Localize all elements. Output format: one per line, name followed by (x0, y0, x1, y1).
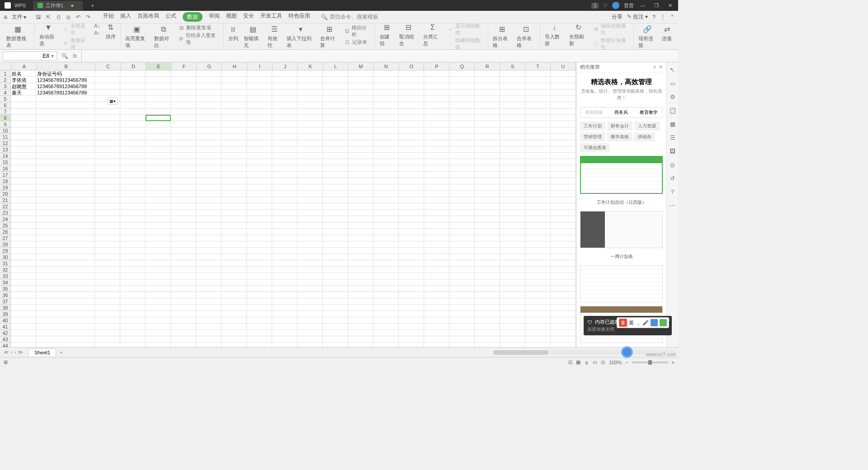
cell[interactable] (373, 254, 399, 260)
cell[interactable] (323, 89, 348, 96)
cell[interactable] (348, 70, 373, 77)
cell[interactable] (146, 134, 171, 140)
cell[interactable] (373, 165, 399, 172)
cell[interactable] (11, 146, 36, 153)
cell[interactable] (247, 108, 272, 115)
cell[interactable] (196, 260, 222, 267)
cell[interactable] (475, 317, 500, 324)
cell[interactable] (146, 102, 171, 108)
ime-toolbar[interactable]: S 英 ， 🎤 (617, 317, 669, 328)
cell[interactable] (475, 96, 500, 102)
cell[interactable] (525, 89, 551, 96)
cell[interactable] (449, 298, 475, 305)
cell[interactable] (222, 317, 247, 324)
cell[interactable] (297, 102, 323, 108)
cell[interactable] (424, 298, 449, 305)
cell[interactable] (348, 273, 373, 279)
cell[interactable] (171, 146, 196, 153)
cell[interactable] (323, 96, 348, 102)
cell[interactable] (95, 305, 120, 311)
cell[interactable] (146, 89, 171, 96)
cell[interactable] (196, 96, 222, 102)
cell[interactable] (373, 273, 399, 279)
cell[interactable] (11, 324, 36, 330)
cell[interactable] (475, 241, 500, 248)
cell[interactable] (11, 279, 36, 286)
cell[interactable] (297, 267, 323, 273)
col-header-O[interactable]: O (399, 62, 425, 70)
cell[interactable] (424, 311, 449, 317)
cell[interactable] (11, 140, 36, 146)
cell[interactable] (424, 70, 449, 77)
view-page-icon[interactable]: ▦ (576, 359, 580, 365)
view-fullscreen-icon[interactable]: ◎ (601, 359, 605, 365)
cell[interactable] (272, 184, 297, 191)
col-header-T[interactable]: T (525, 62, 551, 70)
cell[interactable] (272, 254, 297, 260)
cell[interactable] (171, 115, 196, 121)
cell[interactable] (272, 89, 297, 96)
cell[interactable] (222, 254, 247, 260)
cell[interactable] (95, 229, 120, 235)
cell[interactable] (146, 70, 171, 77)
command-search[interactable]: 🔍 查找命令、搜索模板 (321, 13, 378, 21)
autofilter-button[interactable]: ▼自动筛选 (38, 23, 59, 51)
cell[interactable] (475, 279, 500, 286)
cell[interactable] (120, 197, 146, 203)
cell[interactable] (120, 292, 146, 298)
cell[interactable] (475, 108, 500, 115)
cell[interactable] (120, 108, 146, 115)
reapply-button[interactable]: ↻重新应用 (63, 37, 89, 51)
cell[interactable] (36, 210, 95, 216)
cell[interactable] (525, 210, 551, 216)
help-icon[interactable]: ? (652, 14, 656, 20)
cell[interactable] (95, 317, 120, 324)
cell[interactable] (36, 96, 95, 102)
cat-finance[interactable]: 财务会计 (607, 122, 632, 131)
cell[interactable] (11, 267, 36, 273)
cell[interactable] (222, 273, 247, 279)
cell[interactable] (120, 279, 146, 286)
cell[interactable] (272, 127, 297, 134)
col-header-N[interactable]: N (374, 62, 399, 70)
cell[interactable] (146, 197, 171, 203)
cell[interactable] (222, 292, 247, 298)
cell[interactable] (272, 197, 297, 203)
print-icon[interactable]: ⎙ (55, 14, 61, 20)
cell[interactable] (551, 298, 576, 305)
cell[interactable] (297, 83, 323, 89)
cell[interactable]: 123456789123456789 (36, 83, 95, 89)
row-header[interactable]: 27 (0, 235, 10, 241)
cell[interactable] (424, 241, 449, 248)
cell[interactable] (146, 317, 171, 324)
cell[interactable] (424, 286, 449, 292)
cell[interactable] (247, 286, 272, 292)
cell[interactable] (171, 286, 196, 292)
document-tab[interactable]: 工作簿1 ● (33, 1, 83, 10)
row-header[interactable]: 11 (0, 134, 10, 140)
cell[interactable] (475, 330, 500, 336)
row-header[interactable]: 38 (0, 305, 10, 311)
cell[interactable] (449, 248, 475, 254)
cell[interactable] (171, 273, 196, 279)
cell[interactable] (95, 108, 120, 115)
cell[interactable] (449, 70, 475, 77)
cell[interactable] (95, 197, 120, 203)
cell[interactable] (424, 305, 449, 311)
row-header[interactable]: 31 (0, 260, 10, 267)
cell[interactable] (120, 184, 146, 191)
cell[interactable] (551, 70, 576, 77)
row-header[interactable]: 32 (0, 267, 10, 273)
cell[interactable] (500, 89, 525, 96)
cell[interactable] (525, 292, 551, 298)
cell[interactable] (272, 330, 297, 336)
cell[interactable] (323, 70, 348, 77)
cell[interactable] (348, 191, 373, 197)
sort-button[interactable]: ⇅排序 (104, 23, 118, 51)
cell[interactable] (475, 83, 500, 89)
cell[interactable] (146, 184, 171, 191)
minimize-button[interactable]: — (638, 3, 647, 8)
cell[interactable] (196, 83, 222, 89)
cell[interactable] (120, 343, 146, 347)
cell[interactable] (36, 108, 95, 115)
